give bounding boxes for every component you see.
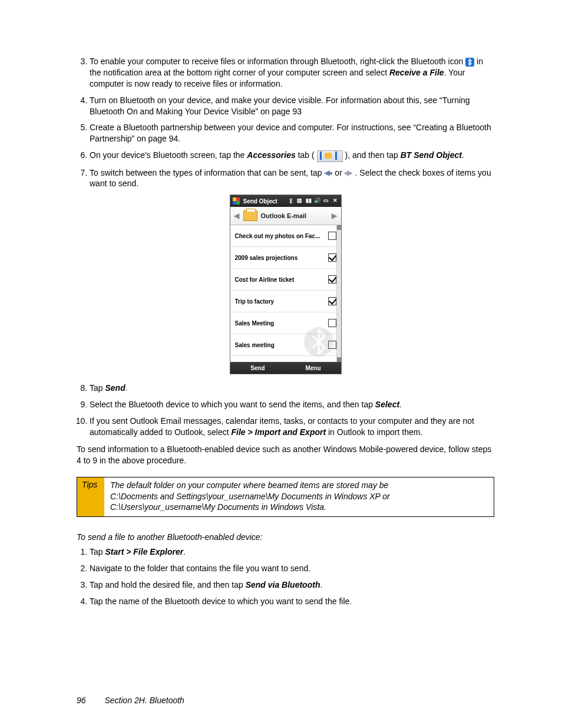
text: Select the Bluetooth device to which you…: [90, 400, 375, 409]
send-label: Send: [105, 383, 125, 393]
import-export-label: File > Import and Export: [231, 427, 326, 437]
section-label: Section 2H. Bluetooth: [104, 696, 184, 705]
list-item: 2009 sales projections: [230, 247, 341, 269]
category-label: Outlook E-mail: [261, 212, 332, 219]
text: in Outlook to import them.: [326, 427, 422, 437]
chevron-right-icon: ▶: [332, 212, 338, 220]
close-icon: ✕: [332, 197, 339, 205]
text: On your device's Bluetooth screen, tap t…: [90, 150, 247, 160]
item-label: 2009 sales projections: [235, 255, 328, 261]
text: To enable your computer to receive files…: [90, 57, 465, 66]
step-3: To enable your computer to receive files…: [90, 56, 494, 90]
item-list: Check out my photos on Fac... 2009 sales…: [230, 225, 341, 362]
send-softkey: Send: [230, 362, 286, 374]
text: .: [125, 383, 128, 393]
text: .: [462, 150, 464, 160]
send-via-bluetooth-label: Send via Bluetooth: [246, 580, 320, 589]
page-footer: 96 Section 2H. Bluetooth: [77, 696, 494, 705]
steps-list-3: Tap Start > File Explorer. Navigate to t…: [77, 546, 494, 607]
list-item: Check out my photos on Fac...: [230, 225, 341, 247]
text: Tap and hold the desired file, and then …: [90, 580, 246, 589]
battery-icon: ▭: [323, 197, 330, 205]
tips-box: Tips The default folder on your computer…: [77, 477, 494, 518]
receive-file-label: Receive a File: [389, 68, 444, 77]
step-10: If you sent Outlook Email messages, cale…: [90, 416, 494, 438]
step-7: To switch between the types of informati…: [90, 167, 494, 190]
para-after-steps: To send information to a Bluetooth-enabl…: [77, 444, 494, 466]
step-8: Tap Send.: [90, 383, 494, 394]
status-icons: ▧ ▮▮ 🔊 ▭ ✕: [287, 197, 339, 205]
accessories-label: Accessories: [247, 150, 296, 160]
step-b4: Tap the name of the Bluetooth device to …: [90, 596, 494, 607]
volume-icon: 🔊: [314, 197, 321, 205]
signal-icon: ▮▮: [305, 197, 312, 205]
step-6: On your device's Bluetooth screen, tap t…: [90, 150, 494, 162]
step-b1: Tap Start > File Explorer.: [90, 546, 494, 558]
bluetooth-status-icon: [287, 197, 295, 205]
step-4: Turn on Bluetooth on your device, and ma…: [90, 95, 494, 117]
checkbox: [328, 341, 336, 349]
start-icon: [233, 197, 240, 205]
arrow-right-icon: [345, 170, 353, 176]
step-b2: Navigate to the folder that contains the…: [90, 563, 494, 574]
text: .: [399, 400, 402, 409]
menu-softkey: Menu: [286, 362, 341, 374]
screenshot-title: Send Object: [242, 198, 287, 205]
svg-marker-1: [345, 170, 353, 176]
item-label: Check out my photos on Fac...: [235, 233, 328, 239]
step-5: Create a Bluetooth partnership between y…: [90, 122, 494, 144]
select-label: Select: [375, 400, 399, 409]
list-item: Sales Meeting: [230, 312, 341, 334]
tab-icons: [317, 150, 343, 162]
svg-marker-0: [324, 170, 332, 176]
scrollbar: [336, 225, 341, 362]
item-label: Sales Meeting: [235, 320, 328, 327]
item-label: Cost for Airline ticket: [235, 276, 328, 283]
item-label: Trip to factory: [235, 298, 328, 305]
list-item: Cost for Airline ticket: [230, 269, 341, 291]
bt-send-object-label: BT Send Object: [401, 150, 462, 160]
text: .: [320, 580, 322, 589]
list-item: Sales meeting: [230, 334, 341, 356]
subheading: To send a file to another Bluetooth-enab…: [77, 532, 494, 542]
text: Tap: [90, 383, 105, 393]
start-file-explorer-label: Start > File Explorer: [105, 547, 183, 556]
scroll-up-icon: [337, 225, 341, 230]
category-selector: ◀ Outlook E-mail ▶: [230, 207, 341, 225]
text: ), and then tap: [345, 150, 400, 160]
tips-line: C:\Docments and Settings\your_username\M…: [110, 492, 390, 501]
bluetooth-icon: [465, 58, 474, 67]
checkbox: [328, 232, 336, 240]
checkbox: [328, 275, 336, 284]
page-number: 96: [77, 696, 86, 705]
arrow-left-icon: [324, 170, 332, 176]
item-label: Sales meeting: [235, 342, 328, 348]
text: To switch between the types of informati…: [90, 168, 324, 177]
tips-line: C:\Users\your_username\My Documents in W…: [110, 502, 326, 512]
tips-label: Tips: [77, 477, 104, 517]
step-9: Select the Bluetooth device to which you…: [90, 399, 494, 410]
text: or: [335, 168, 344, 177]
checkbox: [328, 319, 336, 327]
text: .: [183, 547, 186, 556]
screenshot-footer: Send Menu: [230, 362, 341, 374]
tips-content: The default folder on your computer wher…: [104, 477, 494, 517]
steps-list-2: Tap Send. Select the Bluetooth device to…: [77, 383, 494, 438]
checkbox: [328, 297, 336, 305]
steps-list-1: To enable your computer to receive files…: [77, 56, 494, 189]
chevron-left-icon: ◀: [234, 212, 240, 220]
tips-line: The default folder on your computer wher…: [110, 480, 388, 490]
email-icon: [243, 210, 257, 221]
text: tab (: [298, 150, 317, 160]
list-item: Trip to factory: [230, 291, 341, 312]
checkbox: [328, 253, 336, 262]
device-screenshot: Send Object ▧ ▮▮ 🔊 ▭ ✕ ◀ Outlook E-mail …: [230, 195, 342, 374]
text: Tap: [90, 547, 105, 556]
step-b3: Tap and hold the desired file, and then …: [90, 579, 494, 591]
screenshot-titlebar: Send Object ▧ ▮▮ 🔊 ▭ ✕: [230, 195, 341, 207]
data-icon: ▧: [296, 197, 303, 205]
scroll-down-icon: [337, 357, 341, 362]
